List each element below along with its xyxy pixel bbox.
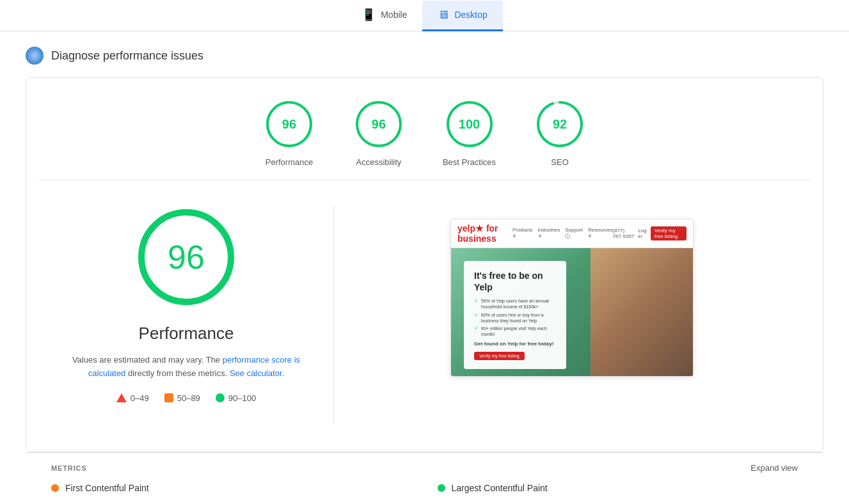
big-score-number: 96 (168, 238, 205, 276)
desktop-icon: 🖥 (438, 8, 449, 22)
yelp-phone: (877) 767-9357 (613, 228, 635, 239)
metrics-label: METRICS (51, 464, 87, 472)
desc-end: . (282, 368, 285, 378)
yelp-check-3: ✓ 80+ million people visit Yelp each mon… (474, 326, 556, 337)
tab-mobile-label: Mobile (381, 10, 407, 20)
legend-item-red: 0–49 (116, 393, 149, 403)
vertical-divider (333, 206, 334, 423)
desc-start: Values are estimated and may vary. The (72, 355, 223, 365)
metrics-header: METRICS Expand view (51, 463, 798, 473)
score-item-accessibility[interactable]: 96 Accessibility (353, 98, 404, 167)
legend-range-green: 90–100 (228, 393, 256, 403)
seo-score: 92 (553, 117, 567, 132)
yelp-logo: yelp★ for business (457, 223, 512, 244)
score-item-performance[interactable]: 96 Performance (264, 98, 315, 167)
desc-middle: directly from these metrics. (125, 368, 230, 378)
tab-bar: 📱 Mobile 🖥 Desktop (0, 0, 849, 31)
performance-score: 96 (282, 117, 296, 132)
yelp-nav-support: Support ⓘ (565, 227, 583, 240)
yelp-cta-text: Get found on Yelp for free today! (474, 341, 556, 347)
score-item-best-practices[interactable]: 100 Best Practices (443, 98, 496, 167)
yelp-login: Log in (638, 228, 646, 239)
yelp-cta-header[interactable]: Verify my free listing (651, 226, 686, 240)
metrics-section: METRICS Expand view First Contentful Pai… (26, 452, 823, 503)
diagnose-title: Diagnose performance issues (51, 49, 203, 63)
screenshot-frame: yelp★ for business Products ∨ Industries… (450, 219, 694, 377)
yelp-check-2: ✓ 80% of users hire or buy from a busine… (474, 312, 556, 324)
fcp-label: First Contentful Paint (65, 483, 149, 493)
main-content: Diagnose performance issues 96 Performan… (0, 31, 849, 504)
legend-range-orange: 50–89 (177, 393, 200, 403)
yelp-check-1: ✓ 56% of Yelp users have an annual house… (474, 298, 556, 310)
score-divider (39, 180, 810, 180)
performance-label: Performance (266, 157, 313, 167)
yelp-check-text-3: 80+ million people visit Yelp each month… (481, 326, 556, 337)
legend: 0–49 50–89 90–100 (116, 393, 256, 403)
big-score-circle: 96 (135, 206, 237, 308)
tab-desktop[interactable]: 🖥 Desktop (422, 1, 502, 31)
lcp-label: Largest Contentful Paint (452, 483, 548, 493)
big-score-section: 96 Performance Values are estimated and … (39, 193, 810, 436)
big-score-desc: Values are estimated and may vary. The p… (65, 354, 308, 381)
yelp-nav-resources: Resources ∨ (588, 227, 612, 240)
score-panel: 96 Performance 96 Accessibility (26, 77, 823, 452)
tab-desktop-label: Desktop (454, 10, 487, 20)
fcp-dot (51, 484, 59, 492)
orange-square-icon (164, 393, 173, 402)
score-circle-performance: 96 (264, 98, 315, 150)
yelp-person-image (591, 248, 693, 376)
check-icon-1: ✓ (474, 298, 479, 304)
red-triangle-icon (116, 393, 127, 402)
yelp-check-text-2: 80% of users hire or buy from a business… (481, 312, 556, 324)
metrics-row: First Contentful Paint Largest Contentfu… (51, 483, 798, 493)
yelp-hero: It's free to be on Yelp ✓ 56% of Yelp us… (451, 248, 693, 376)
accessibility-label: Accessibility (356, 157, 402, 167)
big-score-title: Performance (139, 324, 234, 343)
best-practices-score: 100 (459, 117, 480, 132)
metric-item-fcp: First Contentful Paint (51, 483, 412, 493)
green-circle-icon (216, 393, 225, 402)
calculator-link[interactable]: See calculator (230, 368, 282, 378)
score-circle-seo: 92 (534, 98, 585, 150)
big-score-left: 96 Performance Values are estimated and … (65, 206, 308, 403)
check-icon-3: ✓ (474, 326, 479, 332)
yelp-hero-title: It's free to be on Yelp (474, 270, 556, 293)
seo-label: SEO (551, 157, 568, 167)
diagnose-header: Diagnose performance issues (26, 47, 823, 65)
metric-item-lcp: Largest Contentful Paint (438, 483, 798, 493)
yelp-header-right: (877) 767-9357 Log in Verify my free lis… (613, 226, 686, 240)
yelp-nav-products: Products ∨ (512, 227, 533, 240)
check-icon-2: ✓ (474, 312, 479, 319)
scores-row: 96 Performance 96 Accessibility (39, 98, 810, 167)
legend-item-orange: 50–89 (164, 393, 200, 403)
yelp-header: yelp★ for business Products ∨ Industries… (451, 219, 693, 248)
tab-mobile[interactable]: 📱 Mobile (346, 0, 422, 31)
legend-range-red: 0–49 (131, 393, 149, 403)
yelp-verify-btn[interactable]: Verify my free listing (474, 352, 525, 360)
score-circle-best-practices: 100 (444, 98, 495, 150)
yelp-check-text-1: 56% of Yelp users have an annual househo… (481, 298, 556, 310)
legend-item-green: 90–100 (216, 393, 256, 403)
score-item-seo[interactable]: 92 SEO (534, 98, 585, 167)
score-circle-accessibility: 96 (353, 98, 404, 150)
yelp-nav-industries: Industries ∨ (538, 227, 560, 240)
screenshot-area: yelp★ for business Products ∨ Industries… (360, 206, 784, 390)
best-practices-label: Best Practices (443, 157, 496, 167)
diagnose-icon (26, 47, 44, 65)
expand-view-button[interactable]: Expand view (750, 463, 798, 473)
yelp-hero-overlay: It's free to be on Yelp ✓ 56% of Yelp us… (464, 261, 566, 369)
yelp-nav: Products ∨ Industries ∨ Support ⓘ Resour… (512, 227, 613, 240)
lcp-dot (438, 484, 445, 492)
accessibility-score: 96 (372, 117, 386, 132)
mobile-icon: 📱 (361, 8, 376, 22)
